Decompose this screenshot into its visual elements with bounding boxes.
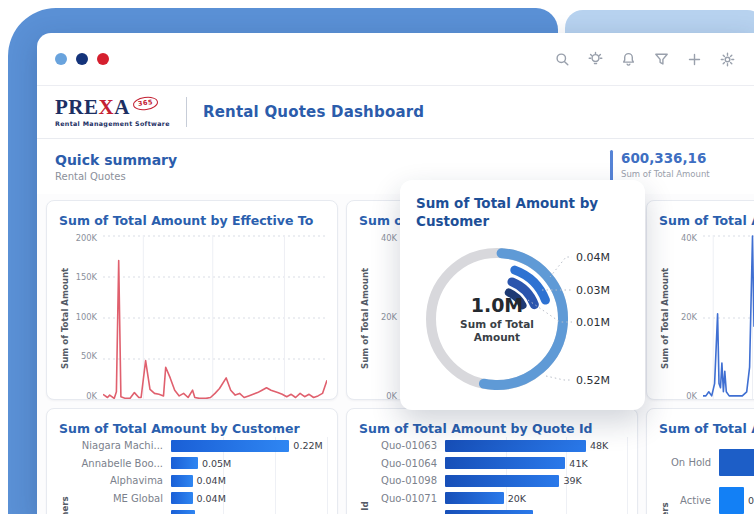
chart-card-quote-id-bars: Sum of Total Amount by Quote Id Quote Id… <box>346 408 638 514</box>
dashboard-grid: Sum of Total Amount by Effective To Sum … <box>37 194 754 514</box>
chart-title: Sum of Total Am <box>659 421 754 436</box>
total-amount-kpi: 600,336,16 Sum of Total Amount <box>610 150 710 184</box>
line-chart-top-right[interactable]: Sum of Total Amount40K20K0KJan 2025Mar 2… <box>659 235 754 400</box>
kpi-value: 600,336,16 <box>621 150 710 166</box>
browser-window: PREXA 365 Rental Management Software Ren… <box>37 33 754 514</box>
donut-chart-customer[interactable]: 0.04M0.03M0.01M0.52M1.0MSum of TotalAmou… <box>400 180 645 410</box>
bar-row: Active0.04M <box>671 481 754 514</box>
y-axis-label: Sum of Total Amount <box>59 235 71 400</box>
quick-summary-subheading: Rental Quotes <box>55 171 177 182</box>
donut-segment-label: 0.01M <box>576 316 610 329</box>
chart-card-top-right: Sum of Total Am Sum of Total Amount40K20… <box>646 200 754 400</box>
window-controls <box>55 53 109 65</box>
prexa-365-badge: 365 <box>132 95 159 111</box>
bar-row: Niagara Machi...0.22M <box>71 437 327 455</box>
bar-row <box>71 507 327 514</box>
logo-tagline: Rental Management Software <box>55 121 170 127</box>
plus-icon[interactable] <box>686 51 703 68</box>
bar-row: On Hold <box>671 443 754 481</box>
bar-row: Alphavima0.04M <box>71 472 327 490</box>
page-title: Rental Quotes Dashboard <box>203 103 424 121</box>
bar-chart-status[interactable]: CustomersOn HoldActive0.04M <box>659 443 754 514</box>
bar-row: Quo-0106441K <box>371 455 627 473</box>
chart-title: Sum of Total Amount by Quote Id <box>359 421 625 436</box>
chart-card-customer-bars: Sum of Total Amount by Customer Customer… <box>46 408 338 514</box>
plot-area <box>103 235 327 400</box>
search-icon[interactable] <box>554 51 571 68</box>
window-dot-blue[interactable] <box>55 53 67 65</box>
kpi-label: Sum of Total Amount <box>621 169 710 179</box>
window-titlebar <box>37 33 754 86</box>
gear-icon[interactable] <box>719 51 736 68</box>
window-dot-red[interactable] <box>97 53 109 65</box>
app-header: PREXA 365 Rental Management Software Ren… <box>37 86 754 139</box>
bar-row: Annabelle Boo...0.05M <box>71 455 327 473</box>
lightbulb-icon[interactable] <box>587 51 604 68</box>
toolbar-icons <box>554 51 736 68</box>
kpi-accent-bar <box>610 150 613 184</box>
donut-segment-label: 0.52M <box>576 374 610 387</box>
prexa-logo-wordmark: PREXA 365 <box>55 97 170 118</box>
header-divider <box>186 97 187 127</box>
prexa-logo: PREXA 365 Rental Management Software <box>55 97 170 127</box>
quick-summary-bar: Quick summary Rental Quotes 600,336,16 S… <box>37 139 754 196</box>
filter-icon[interactable] <box>653 51 670 68</box>
customer-donut-popup: Sum of Total Amount by Customer 0.04M0.0… <box>400 180 645 410</box>
y-axis-label: Customers <box>659 443 671 514</box>
bar-row: Quo-0106348K <box>371 437 627 455</box>
chart-title: Sum of Total Amount by Effective To <box>59 213 325 228</box>
plot-area <box>703 235 754 400</box>
bar-row: Quo-0107120K <box>371 490 627 508</box>
bar-row <box>371 507 627 514</box>
y-axis-label: Customers <box>59 437 71 514</box>
bar-chart-customer[interactable]: CustomersNiagara Machi...0.22MAnnabelle … <box>59 437 327 514</box>
y-axis-ticks: 200K150K100K50K0K <box>71 235 103 400</box>
y-axis-ticks: 40K20K0K <box>371 235 403 400</box>
line-chart-effective-to[interactable]: Sum of Total Amount200K150K100K50K0KMar … <box>59 235 327 400</box>
y-axis-label: Quote Id <box>359 437 371 514</box>
quick-summary-heading: Quick summary <box>55 152 177 168</box>
chart-title: Sum of Total Am <box>659 213 754 228</box>
chart-card-bottom-right: Sum of Total Am CustomersOn HoldActive0.… <box>646 408 754 514</box>
window-dot-navy[interactable] <box>76 53 88 65</box>
bar-chart-quote-id[interactable]: Quote IdQuo-0106348KQuo-0106441KQuo-0109… <box>359 437 627 514</box>
donut-segment-label: 0.04M <box>576 251 610 264</box>
y-axis-label: Sum of Total Amount <box>659 235 671 400</box>
bar-row: ME Global0.04M <box>71 490 327 508</box>
chart-title: Sum of Total Amount by Customer <box>59 421 325 436</box>
y-axis-label: Sum of Total Amount <box>359 235 371 400</box>
y-axis-ticks: 40K20K0K <box>671 235 703 400</box>
bell-icon[interactable] <box>620 51 637 68</box>
bar-row: Quo-0109839K <box>371 472 627 490</box>
donut-center-value: 1.0MSum of TotalAmount <box>447 294 547 344</box>
donut-segment-label: 0.03M <box>576 284 610 297</box>
chart-card-effective-to: Sum of Total Amount by Effective To Sum … <box>46 200 338 400</box>
